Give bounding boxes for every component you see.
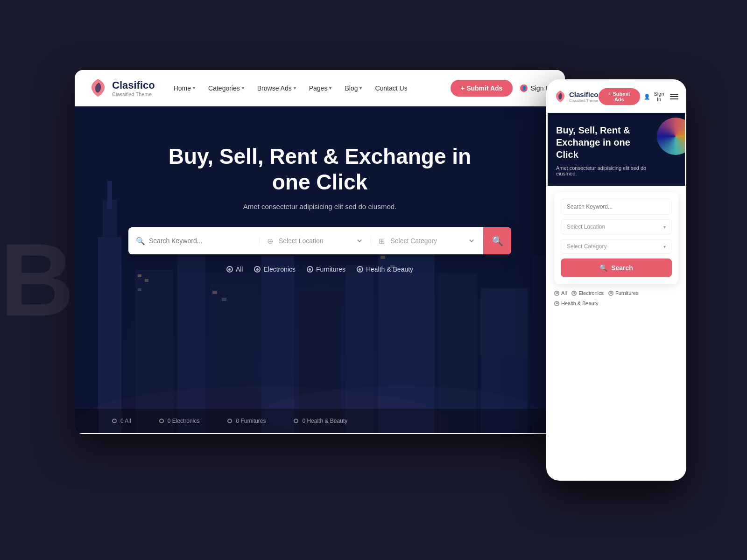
count-furnitures: 0 Furnitures [227,418,266,424]
nav-browse-ads[interactable]: Browse Ads ▾ [257,84,296,92]
scene: Clasifico Classified Theme Home ▾ Catego… [47,47,700,513]
filter-dot-electronics [254,266,261,273]
logo-subtitle: Classified Theme [112,91,155,97]
svg-rect-15 [145,279,148,282]
filter-dot-all [226,266,233,273]
mobile-filter-health[interactable]: Health & Beauty [554,301,599,306]
mobile-location-chevron: ▾ [663,224,666,230]
filter-health-beauty[interactable]: Health & Beauty [357,266,413,273]
count-dot-health [294,419,298,423]
mobile-hero: Buy, Sell, Rent & Exchange in one Click … [548,113,685,186]
svg-rect-16 [138,288,141,291]
mobile-logo[interactable]: Clasifico Classified Theme [554,90,599,104]
desktop-search-bar: 🔍 ⊕ Select Location ⊞ Select Category [128,227,511,254]
search-icon: 🔍 [136,237,145,245]
filter-furnitures[interactable]: Furnitures [307,266,345,273]
mobile-user-icon: 👤 [644,94,650,100]
nav-contact[interactable]: Contact Us [375,84,407,92]
count-dot-all [112,419,117,423]
hero-title: Buy, Sell, Rent & Exchange in one Click [156,144,483,195]
svg-rect-17 [212,291,217,294]
count-electronics: 0 Electronics [159,418,200,424]
desktop-mockup: Clasifico Classified Theme Home ▾ Catego… [75,70,565,434]
category-icon: ⊞ [379,237,385,245]
chevron-icon: ▾ [242,85,244,91]
mobile-mockup: Clasifico Classified Theme + Submit Ads … [546,79,686,481]
count-dot-furnitures [227,419,232,423]
hero-subtitle: Amet consectetur adipisicing elit sed do… [243,203,397,210]
user-icon: 👤 [520,84,528,92]
nav-home[interactable]: Home ▾ [174,84,195,92]
mobile-filter-furnitures[interactable]: Furnitures [608,290,639,296]
chevron-icon: ▾ [294,85,296,91]
mobile-signin-button[interactable]: 👤 Sign In [644,91,666,102]
count-health: 0 Health & Beauty [294,418,347,424]
ham-line-1 [670,94,678,95]
filter-dot-furnitures [307,266,313,273]
mobile-filters: All Electronics Furnitures Health & Beau… [548,284,685,306]
location-select[interactable]: Select Location [277,237,364,245]
chevron-icon: ▾ [193,85,195,91]
mobile-logo-text: Clasifico Classified Theme [569,91,599,103]
count-all: 0 All [112,418,131,424]
ham-line-2 [670,96,678,97]
nav-pages[interactable]: Pages ▾ [309,84,332,92]
mobile-hero-title: Buy, Sell, Rent & Exchange in one Click [556,124,649,161]
nav-actions: + Submit Ads 👤 Sign In [451,80,551,97]
category-select[interactable]: Select Category [388,237,475,245]
mobile-search-section: Select Location ▾ Select Category ▾ 🔍 Se… [554,192,678,284]
filter-all[interactable]: All [226,266,243,273]
svg-rect-14 [138,274,141,277]
logo-icon [89,78,107,98]
mobile-navbar: Clasifico Classified Theme + Submit Ads … [548,81,685,113]
submit-ads-button[interactable]: + Submit Ads [451,80,513,97]
nav-blog[interactable]: Blog ▾ [345,84,362,92]
mobile-filter-dot-all [554,291,559,296]
hamburger-menu[interactable] [670,94,678,99]
mobile-category-chevron: ▾ [663,244,666,249]
location-icon: ⊕ [267,237,273,245]
chevron-icon: ▾ [359,85,362,91]
keyword-input[interactable] [149,237,252,245]
mobile-hero-subtitle: Amet consectetur adipisicing elit sed do… [556,165,659,176]
desktop-hero: Buy, Sell, Rent & Exchange in one Click … [75,106,565,433]
mobile-filter-dot-furnitures [608,291,613,296]
svg-rect-18 [222,298,226,301]
hero-content: Buy, Sell, Rent & Exchange in one Click … [75,106,565,273]
logo-title: Clasifico [112,79,155,91]
ham-line-3 [670,98,678,99]
quick-filters: All Electronics Furnitures Health & Beau… [226,266,413,273]
mobile-logo-icon [554,90,566,104]
mobile-search-icon: 🔍 [599,264,607,272]
mobile-search-button[interactable]: 🔍 Search [561,259,672,277]
mobile-location-select[interactable]: Select Location ▾ [561,219,672,234]
nav-links: Home ▾ Categories ▾ Browse Ads ▾ Pages ▾… [174,84,451,92]
filter-dot-health [357,266,363,273]
chevron-icon: ▾ [329,85,331,91]
mobile-keyword-input[interactable] [561,199,672,215]
nav-categories[interactable]: Categories ▾ [208,84,244,92]
mobile-filter-dot-electronics [571,291,577,296]
location-select-wrap: ⊕ Select Location [260,237,372,245]
mobile-category-select[interactable]: Select Category ▾ [561,239,672,254]
search-button[interactable]: 🔍 [483,227,511,254]
count-dot-electronics [159,419,164,423]
desktop-logo[interactable]: Clasifico Classified Theme [89,78,155,98]
mobile-nav-actions: + Submit Ads 👤 Sign In [599,88,678,105]
mobile-filter-dot-health [554,301,559,306]
mobile-filter-all[interactable]: All [554,290,567,296]
filter-electronics[interactable]: Electronics [254,266,295,273]
logo-text: Clasifico Classified Theme [112,79,155,97]
category-select-wrap: ⊞ Select Category [371,237,483,245]
keyword-input-wrap: 🔍 [128,237,260,245]
mobile-submit-ads-button[interactable]: + Submit Ads [599,88,641,105]
mobile-filter-electronics[interactable]: Electronics [571,290,604,296]
mobile-hero-content: Buy, Sell, Rent & Exchange in one Click … [556,124,677,176]
desktop-navbar: Clasifico Classified Theme Home ▾ Catego… [75,70,565,106]
hero-bottom-bar: 0 All 0 Electronics 0 Furnitures 0 Healt… [75,409,565,433]
